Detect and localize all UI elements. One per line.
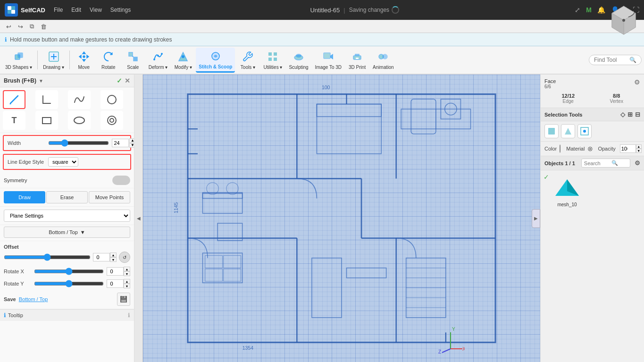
- rotate-x-value[interactable]: [107, 267, 124, 276]
- save-row: Save Bottom / Top: [0, 290, 134, 309]
- move-points-button[interactable]: Move Points: [89, 191, 130, 203]
- sel-edge-button[interactable]: [561, 124, 575, 138]
- width-up-btn[interactable]: ▲: [129, 138, 134, 143]
- opacity-up-btn[interactable]: ▲: [636, 144, 642, 149]
- bottom-top-button[interactable]: Bottom / Top ▼: [4, 227, 130, 238]
- width-value[interactable]: [112, 139, 129, 147]
- brush-tool-ellipse[interactable]: [68, 111, 91, 130]
- panel-close-button[interactable]: ✕: [125, 77, 130, 84]
- tool-image-to-3d[interactable]: Image To 3D: [312, 48, 345, 72]
- rotate-y-value[interactable]: [107, 279, 124, 288]
- saving-spinner: [392, 6, 399, 14]
- tool-rotate[interactable]: Rotate: [97, 48, 120, 72]
- tool-animation[interactable]: Animation: [370, 48, 396, 72]
- svg-point-17: [182, 55, 184, 58]
- mesh-10-check[interactable]: ✓: [544, 173, 549, 181]
- material-icon[interactable]: ⊗: [587, 145, 593, 152]
- tool-3d-print[interactable]: 3D Print: [345, 48, 369, 72]
- width-label: Width: [8, 140, 45, 146]
- tool-3d-shapes[interactable]: 3D Shapes ▾: [2, 48, 35, 72]
- offset-value[interactable]: [93, 253, 110, 261]
- brush-tool-pencil[interactable]: [3, 90, 25, 109]
- rotate-x-up-btn[interactable]: ▲: [124, 267, 130, 271]
- opacity-label: Opacity: [598, 146, 615, 152]
- find-tool-input[interactable]: [594, 57, 627, 63]
- redo-button[interactable]: ↪: [16, 22, 25, 31]
- rotate-y-up-btn[interactable]: ▲: [124, 279, 130, 284]
- save-icon-button[interactable]: [117, 293, 130, 306]
- rotate-y-slider[interactable]: [34, 280, 104, 287]
- brush-tool-rect[interactable]: [35, 111, 58, 130]
- svg-rect-41: [122, 296, 124, 298]
- brush-tool-curve[interactable]: [68, 90, 91, 109]
- opacity-value[interactable]: [620, 144, 636, 153]
- collapse-left-button[interactable]: ◀: [134, 75, 143, 362]
- plane-settings-select[interactable]: Plane Settings XY Plane XZ Plane YZ Plan…: [4, 210, 130, 222]
- offset-slider[interactable]: [4, 253, 91, 261]
- tool-3d-print-label: 3D Print: [349, 65, 366, 70]
- menu-settings[interactable]: Settings: [107, 5, 134, 15]
- animation-icon: [376, 50, 390, 63]
- selection-tools-icon2[interactable]: ⊞: [627, 111, 633, 118]
- tool-move[interactable]: Move: [72, 48, 96, 72]
- brush-tool-donut[interactable]: [100, 111, 123, 130]
- width-down-btn[interactable]: ▼: [129, 143, 134, 148]
- opacity-down-btn[interactable]: ▼: [636, 149, 642, 153]
- axis-display: Y X Z: [436, 325, 465, 355]
- tool-modify[interactable]: Modify ▾: [171, 48, 195, 72]
- rotate-y-down-btn[interactable]: ▼: [124, 284, 130, 288]
- menu-edit[interactable]: Edit: [67, 5, 85, 15]
- width-spinners: ▲ ▼: [129, 138, 134, 148]
- color-swatch[interactable]: [560, 144, 560, 153]
- svg-text:Y: Y: [452, 327, 455, 332]
- saving-text: Saving changes: [349, 7, 389, 13]
- menu-file[interactable]: File: [50, 5, 67, 15]
- svg-text:1354: 1354: [243, 345, 254, 351]
- line-edge-style-select[interactable]: square round flat: [48, 157, 78, 167]
- copy-button[interactable]: ⧉: [27, 22, 36, 31]
- tool-sculpting[interactable]: Sculpting: [286, 48, 311, 72]
- offset-down-btn[interactable]: ▼: [110, 257, 117, 262]
- tool-drawing[interactable]: Drawing ▾: [40, 48, 67, 72]
- offset-reset-button[interactable]: ↺: [119, 252, 130, 263]
- tool-deform[interactable]: Deform ▾: [146, 48, 171, 72]
- list-item[interactable]: mesh_10: [549, 173, 585, 211]
- save-bottom-top-link[interactable]: Bottom / Top: [19, 296, 48, 302]
- width-slider[interactable]: [48, 139, 109, 147]
- objects-gear-button[interactable]: ⚙: [635, 160, 640, 167]
- brush-tool-circle[interactable]: [100, 90, 123, 109]
- erase-button[interactable]: Erase: [46, 191, 88, 203]
- tool-tools[interactable]: Tools ▾: [236, 48, 259, 72]
- bell-icon[interactable]: 🔔: [597, 6, 605, 14]
- offset-section: Offset: [0, 241, 134, 251]
- sel-face-button[interactable]: [544, 124, 559, 138]
- panel-confirm-button[interactable]: ✓: [117, 77, 122, 84]
- draw-button[interactable]: Draw: [4, 191, 45, 203]
- collapse-right-button[interactable]: ▶: [532, 209, 540, 228]
- delete-button[interactable]: 🗑: [38, 22, 49, 31]
- objects-search-input[interactable]: [584, 160, 610, 166]
- selection-tools-icon1[interactable]: ◇: [620, 111, 625, 118]
- tooltip-info-icon: ℹ: [4, 312, 6, 319]
- offset-up-btn[interactable]: ▲: [110, 253, 117, 257]
- m-icon[interactable]: M: [586, 6, 592, 14]
- canvas-area[interactable]: 1354 1145 100: [143, 75, 540, 362]
- sel-vertex-button[interactable]: [577, 124, 592, 138]
- rotate-x-slider[interactable]: [34, 268, 104, 275]
- panel-dropdown-icon[interactable]: ▼: [39, 78, 43, 84]
- tool-scale[interactable]: Scale: [121, 48, 145, 72]
- undo-button[interactable]: ↩: [4, 22, 14, 31]
- symmetry-toggle[interactable]: [112, 176, 130, 185]
- tool-stitch-scoop[interactable]: Stitch & Scoop: [196, 48, 235, 73]
- tooltip-right-icon: ℹ: [128, 312, 130, 319]
- share-icon[interactable]: ⤢: [575, 6, 580, 14]
- selection-tools-icon3[interactable]: ⊟: [635, 111, 640, 118]
- brush-tool-right-angle[interactable]: [35, 90, 58, 109]
- 3d-print-icon: [351, 50, 364, 63]
- sep-1: [37, 51, 38, 69]
- tool-utilities[interactable]: Utilities ▾: [260, 48, 285, 72]
- rotate-x-down-btn[interactable]: ▼: [124, 271, 130, 276]
- menu-view[interactable]: View: [86, 5, 106, 15]
- view-settings-gear[interactable]: ⚙: [634, 78, 640, 86]
- brush-tool-text[interactable]: T: [3, 111, 25, 130]
